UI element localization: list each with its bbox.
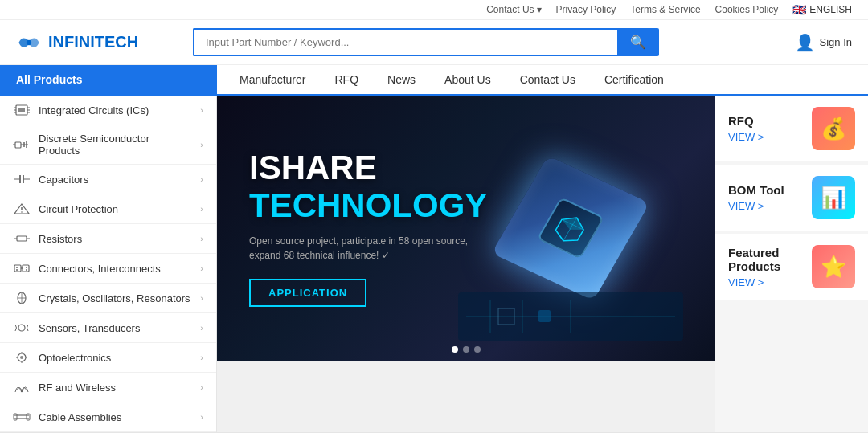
featured-view-link[interactable]: VIEW > [728, 276, 812, 288]
search-input[interactable] [193, 28, 617, 56]
sensors-icon [13, 321, 31, 335]
nav-links: Manufacturer RFQ News About Us Contact U… [217, 65, 686, 94]
dots-indicator [452, 346, 481, 353]
topbar-contact-us[interactable]: Contact Us ▾ [486, 4, 541, 15]
chevron-icon: › [200, 140, 203, 149]
ics-icon [13, 103, 31, 117]
rfq-info: RFQ VIEW > [728, 114, 764, 143]
sidebar-label-rf-wireless: RF and Wireless [39, 382, 192, 394]
bom-view-link[interactable]: VIEW > [728, 200, 784, 212]
svg-point-41 [21, 390, 23, 392]
rfq-card[interactable]: RFQ VIEW > 💰 [715, 96, 868, 161]
svg-point-29 [26, 267, 27, 268]
banner-text: ISHARE TECHNOLOGY Open source project, p… [249, 149, 490, 306]
nav-bar: All Products Manufacturer RFQ News About… [0, 65, 868, 96]
topbar-cookies-policy[interactable]: Cookies Policy [715, 4, 779, 15]
sidebar-item-ics[interactable]: Integrated Circuits (ICs) › [0, 96, 216, 125]
sidebar-label-circuit-protection: Circuit Protection [39, 203, 192, 215]
search-bar: 🔍 [193, 28, 659, 56]
nav-manufacturer[interactable]: Manufacturer [225, 65, 320, 94]
sidebar-label-cable-assemblies: Cable Assemblies [39, 411, 192, 423]
banner-title: ISHARE TECHNOLOGY [249, 149, 490, 223]
svg-point-27 [16, 267, 18, 268]
banner-button[interactable]: APPLICATION [249, 279, 366, 307]
flag-icon: 🇬🇧 [792, 3, 806, 16]
resistors-icon [13, 231, 31, 246]
sidebar-label-discrete: Discrete Semiconductor Products [39, 133, 192, 157]
svg-rect-9 [15, 142, 21, 148]
dot-2[interactable] [463, 346, 469, 353]
svg-rect-2 [18, 108, 25, 112]
user-icon: 👤 [795, 33, 815, 52]
svg-rect-22 [17, 236, 27, 241]
nav-about-us[interactable]: About Us [430, 65, 506, 94]
bottom-bar: Help you to save your cost and time. Rel… [0, 432, 868, 441]
logo[interactable]: INFINITECH [16, 33, 177, 51]
nav-contact-us[interactable]: Contact Us [506, 65, 590, 94]
circuit-protection-icon [13, 202, 31, 216]
sidebar-item-circuit-protection[interactable]: Circuit Protection › [0, 194, 216, 224]
svg-point-20 [21, 211, 23, 213]
sidebar-item-sensors[interactable]: Sensors, Transducers › [0, 313, 216, 343]
chevron-icon: › [200, 204, 203, 214]
svg-rect-24 [14, 265, 21, 272]
cable-assemblies-icon [13, 410, 31, 424]
chevron-icon: › [200, 353, 203, 362]
crystals-icon [13, 291, 31, 305]
rfq-icon: 💰 [812, 107, 855, 150]
svg-point-34 [18, 325, 25, 331]
search-button[interactable]: 🔍 [617, 28, 659, 56]
sidebar-item-crystals[interactable]: Crystals, Oscillators, Resonators › [0, 284, 216, 313]
sidebar-label-capacitors: Capacitors [39, 174, 192, 186]
sidebar: Integrated Circuits (ICs) › Discrete Sem… [0, 96, 217, 432]
chevron-icon: › [200, 382, 203, 392]
connectors-icon [13, 261, 31, 276]
nav-news[interactable]: News [373, 65, 430, 94]
svg-rect-53 [538, 310, 551, 322]
sidebar-label-resistors: Resistors [39, 233, 192, 245]
sidebar-item-optoelectronics[interactable]: Optoelectronics › [0, 343, 216, 373]
topbar-terms-service[interactable]: Terms & Service [630, 4, 700, 15]
nav-rfq[interactable]: RFQ [320, 65, 373, 94]
sidebar-item-capacitors[interactable]: Capacitors › [0, 165, 216, 194]
logo-icon [16, 34, 42, 51]
bom-icon: 📊 [812, 176, 855, 219]
capacitors-icon [13, 172, 31, 186]
sidebar-item-discrete[interactable]: Discrete Semiconductor Products › [0, 125, 216, 165]
sign-in-button[interactable]: 👤 Sign In [795, 33, 852, 52]
nav-all-products[interactable]: All Products [0, 65, 217, 94]
topbar-language[interactable]: 🇬🇧 ENGLISH [792, 3, 852, 16]
logo-text: INFINITECH [48, 33, 138, 51]
rf-wireless-icon [13, 380, 31, 394]
sidebar-label-connectors: Connectors, Interconnects [39, 263, 192, 275]
chevron-icon: › [200, 412, 203, 422]
topbar-privacy-policy[interactable]: Privacy Policy [556, 4, 616, 15]
svg-point-28 [16, 269, 18, 271]
sign-in-label: Sign In [820, 36, 852, 48]
sidebar-label-optoelectronics: Optoelectronics [39, 352, 192, 364]
sidebar-item-resistors[interactable]: Resistors › [0, 224, 216, 254]
search-icon: 🔍 [630, 35, 646, 49]
sidebar-label-crystals: Crystals, Oscillators, Resonators [39, 292, 192, 304]
featured-card[interactable]: Featured Products VIEW > ⭐ [715, 234, 868, 300]
discrete-icon [13, 137, 31, 152]
bom-title: BOM Tool [728, 183, 784, 197]
sidebar-item-connectors[interactable]: Connectors, Interconnects › [0, 254, 216, 284]
rfq-title: RFQ [728, 114, 764, 128]
sidebar-item-rf-wireless[interactable]: RF and Wireless › [0, 373, 216, 402]
bom-card[interactable]: BOM Tool VIEW > 📊 [715, 165, 868, 231]
rfq-view-link[interactable]: VIEW > [728, 131, 764, 143]
svg-point-0 [27, 39, 31, 44]
nav-certification[interactable]: Certification [590, 65, 678, 94]
banner-visual [458, 116, 683, 341]
sidebar-item-cable-assemblies[interactable]: Cable Assemblies › [0, 402, 216, 432]
dot-3[interactable] [474, 346, 481, 353]
chevron-icon: › [200, 263, 203, 273]
sidebar-label-ics: Integrated Circuits (ICs) [39, 104, 192, 116]
featured-icon: ⭐ [812, 245, 855, 288]
svg-rect-44 [14, 414, 17, 420]
banner-description: Open source project, participate in 58 o… [249, 234, 490, 263]
sidebar-label-sensors: Sensors, Transducers [39, 322, 192, 334]
featured-title: Featured Products [728, 246, 812, 273]
dot-1[interactable] [452, 346, 458, 353]
